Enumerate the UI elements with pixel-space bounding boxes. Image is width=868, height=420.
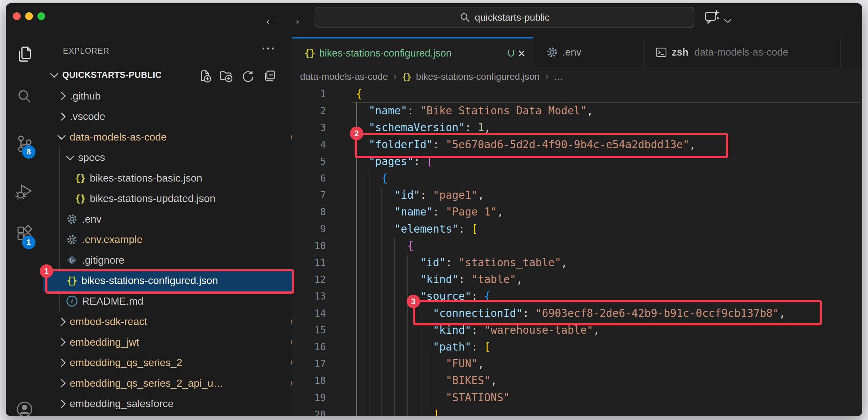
code-line-19[interactable]: 19 "STATIONS" [292, 389, 862, 406]
code-line-17[interactable]: 17 "FUN", [292, 355, 862, 372]
code-line-6[interactable]: 6 { [292, 170, 862, 187]
code-line-12[interactable]: 12 "kind": "table", [292, 271, 862, 288]
code-line-content: "name": "Page 1", [356, 203, 503, 220]
tree-item-label: embedding_qs_series_2_api_u… [70, 377, 224, 389]
code-line-20[interactable]: 20 ] [292, 406, 862, 416]
code-line-content: "id": "stations_table", [356, 254, 567, 271]
command-center-search[interactable]: quickstarts-public [315, 7, 694, 28]
annotation-box-1 [45, 269, 294, 294]
tree-item-label: .env [82, 213, 101, 225]
code-token: 1 [478, 121, 484, 134]
tree-item-label: .vscode [70, 111, 105, 122]
tree-folder-embed-sdk-react[interactable]: embed-sdk-react [43, 311, 307, 332]
breadcrumb-file[interactable]: bikes-stations-configured.json [416, 72, 540, 82]
tree-file-bikes-stations-updated-json[interactable]: {}bikes-stations-updated.json [43, 188, 324, 209]
code-line-1[interactable]: 1{ [292, 86, 862, 103]
tree-folder-specs[interactable]: specs [43, 147, 316, 168]
tree-item-label: bikes-stations-basic.json [90, 172, 202, 184]
breadcrumb-more[interactable]: … [554, 72, 563, 82]
code-line-content: "STATIONS" [356, 389, 510, 406]
line-number: 19 [292, 389, 326, 406]
file-tree: .github.vscodedata-models-as-codespecs{}… [43, 37, 292, 416]
navigate-back-button[interactable]: ← [262, 3, 280, 37]
tree-file--env[interactable]: .env [43, 209, 316, 229]
tree-file-README-md[interactable]: iREADME.md [43, 291, 316, 311]
code-line-7[interactable]: 7 "id": "page1", [292, 187, 862, 203]
tab-env[interactable]: .env [533, 37, 645, 68]
activity-bar: 8 1 [6, 37, 43, 416]
account-icon [14, 399, 35, 416]
explorer-sidebar: EXPLORER ⋯ QUICKSTARTS-PUBLIC [43, 37, 292, 416]
tree-item-label: data-models-as-code [70, 131, 167, 143]
tab-terminal-zsh[interactable]: zsh data-models-as-code [645, 37, 841, 68]
code-token: "FUN" [445, 357, 477, 370]
tree-folder-embedding-qs-series-2-api-u-[interactable]: embedding_qs_series_2_api_u… [43, 373, 307, 393]
chevron-right-icon [57, 338, 65, 346]
tree-folder-embedding-qs-series-2[interactable]: embedding_qs_series_2 [43, 353, 307, 373]
tree-folder-embedding-jwt[interactable]: embedding_jwt [43, 332, 307, 353]
code-token: ] [433, 408, 439, 416]
navigate-forward-button[interactable]: → [285, 3, 304, 37]
gear-icon [546, 47, 558, 58]
code-token: "id" [420, 256, 445, 269]
code-line-11[interactable]: 11 "id": "stations_table", [292, 254, 862, 271]
code-token: , [478, 357, 484, 370]
tree-file--env-example[interactable]: .env.exampleM [43, 229, 316, 250]
gear-icon [66, 214, 78, 225]
code-token: "schemaVersion" [369, 121, 465, 134]
annotation-box-2 [354, 133, 728, 158]
tree-folder--github[interactable]: .github [43, 86, 307, 106]
tree-file-bikes-stations-basic-json[interactable]: {}bikes-stations-basic.json [43, 168, 324, 188]
activity-run-debug-button[interactable] [6, 176, 43, 207]
traffic-light-zoom-button[interactable] [37, 12, 45, 20]
chevron-down-icon[interactable] [723, 15, 732, 23]
json-file-icon: {} [75, 172, 85, 184]
tree-folder-embedding-salesforce[interactable]: embedding_salesforce [43, 393, 307, 414]
account-button[interactable] [6, 394, 43, 416]
code-token: : [465, 121, 478, 134]
breadcrumb-folder[interactable]: data-models-as-code [300, 72, 388, 82]
files-icon [14, 44, 35, 65]
tree-folder-data-models-as-code[interactable]: data-models-as-code [43, 127, 307, 147]
code-line-content: { [356, 170, 388, 187]
code-line-18[interactable]: 18 "BIKES", [292, 372, 862, 389]
code-token: "Page 1" [445, 205, 497, 218]
traffic-light-close-button[interactable] [13, 12, 21, 20]
annotation-badge-1: 1 [40, 264, 53, 278]
activity-explorer-button[interactable] [6, 39, 43, 70]
code-token: , [593, 324, 599, 336]
git-status-badge: U [507, 48, 515, 59]
scm-changes-badge: 8 [22, 145, 35, 159]
json-file-icon: {} [402, 72, 411, 82]
tab-label: bikes-stations-configured.json [319, 48, 452, 59]
code-token: [ [484, 340, 491, 353]
copilot-chat-button[interactable] [704, 9, 720, 26]
tree-file--gitignore[interactable]: .gitignore [43, 250, 316, 271]
chevron-right-icon [57, 400, 65, 408]
close-icon[interactable]: × [518, 47, 525, 60]
tab-bar: {} bikes-stations-configured.json U × .e… [292, 37, 862, 68]
json-file-icon: {} [304, 48, 315, 59]
code-token: "elements" [394, 223, 459, 235]
code-line-2[interactable]: 2 "name": "Bike Stations Data Model", [292, 103, 862, 119]
activity-search-button[interactable] [6, 81, 43, 112]
code-token: "STATIONS" [445, 391, 510, 404]
code-token: "Bike Stations Data Model" [420, 104, 587, 117]
line-number: 16 [292, 339, 326, 355]
code-line-8[interactable]: 8 "name": "Page 1", [292, 203, 862, 220]
tree-folder--vscode[interactable]: .vscode [43, 106, 307, 127]
editor-group: {} bikes-stations-configured.json U × .e… [292, 37, 862, 416]
code-token: : [471, 324, 484, 336]
code-token: { [407, 240, 414, 252]
code-line-10[interactable]: 10 { [292, 237, 862, 254]
tab-bikes-stations-configured[interactable]: {} bikes-stations-configured.json U × [292, 37, 533, 68]
code-line-9[interactable]: 9 "elements": [ [292, 221, 862, 237]
git-icon [66, 255, 78, 265]
traffic-light-minimize-button[interactable] [25, 12, 33, 20]
breadcrumb: data-models-as-code › {} bikes-stations-… [292, 68, 862, 86]
chevron-right-icon [57, 112, 65, 120]
code-line-16[interactable]: 16 "path": [ [292, 339, 862, 355]
line-number: 18 [292, 372, 326, 389]
annotation-badge-2: 2 [350, 127, 363, 140]
code-line-content: "kind": "table", [356, 271, 523, 288]
